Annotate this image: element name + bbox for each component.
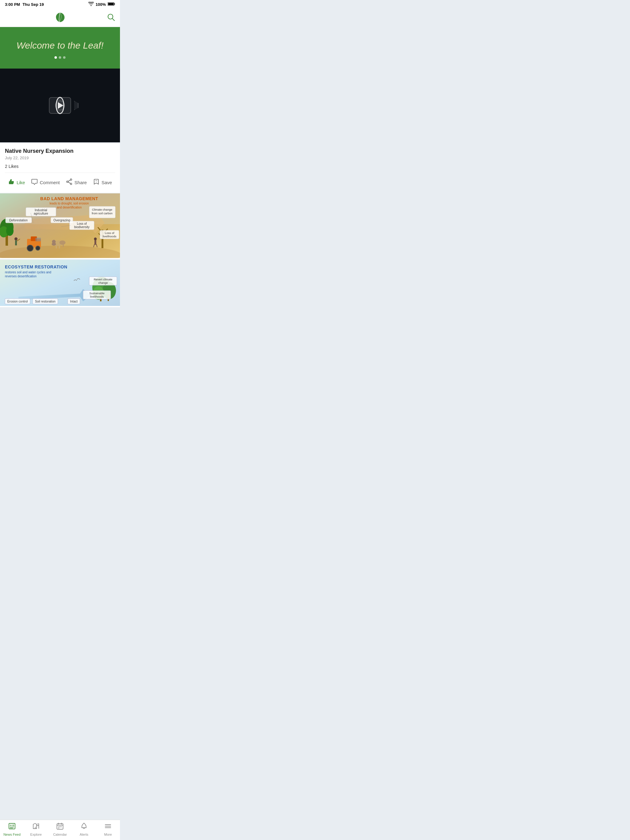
like-icon xyxy=(8,178,15,186)
nav-label-news-feed: News Feed xyxy=(3,833,21,836)
svg-rect-31 xyxy=(63,244,64,247)
svg-rect-42 xyxy=(95,240,96,245)
svg-rect-20 xyxy=(15,240,17,245)
svg-rect-28 xyxy=(56,245,57,248)
status-bar-left: 3:00 PM Thu Sep 19 xyxy=(5,2,44,7)
svg-text:Erosion control: Erosion control xyxy=(7,300,28,303)
ecosystem-svg: ECOSYSTEM RESTORATION restores soil and … xyxy=(0,260,120,306)
alerts-icon xyxy=(80,823,88,832)
search-button[interactable] xyxy=(107,13,115,22)
battery-icon xyxy=(108,2,115,7)
share-label: Share xyxy=(74,180,87,185)
svg-text:Loss of: Loss of xyxy=(77,222,87,225)
camera-body xyxy=(49,97,71,114)
top-navigation xyxy=(0,9,120,27)
svg-point-7 xyxy=(67,181,68,183)
dot-1 xyxy=(54,56,57,59)
svg-text:Sustainable: Sustainable xyxy=(89,292,104,295)
svg-text:from soil carbon: from soil carbon xyxy=(92,212,112,215)
svg-text:Climate change: Climate change xyxy=(92,208,112,211)
camera-wing xyxy=(72,101,78,110)
save-label: Save xyxy=(101,180,112,185)
svg-rect-94 xyxy=(35,827,36,829)
save-icon xyxy=(93,178,100,186)
bottom-navigation: News Feed Explore Calendar xyxy=(0,820,120,840)
nav-label-calendar: Calendar xyxy=(53,833,67,836)
play-triangle xyxy=(58,102,63,109)
post-actions: Like Comment xyxy=(5,177,115,188)
ecosystem-infographic: ECOSYSTEM RESTORATION restores soil and … xyxy=(0,260,120,307)
video-player[interactable] xyxy=(0,69,120,142)
svg-text:leads to drought, soil erosion: leads to drought, soil erosion xyxy=(49,202,89,205)
svg-point-5 xyxy=(70,179,72,180)
svg-text:Intact: Intact xyxy=(70,300,78,303)
svg-point-99 xyxy=(59,826,59,827)
comment-label: Comment xyxy=(40,180,60,185)
svg-text:change: change xyxy=(98,281,108,284)
news-feed-icon xyxy=(8,823,16,832)
comment-icon xyxy=(31,178,38,186)
svg-text:reverses desertification: reverses desertification xyxy=(5,275,36,278)
svg-text:Soil restoration: Soil restoration xyxy=(35,300,56,303)
nav-label-alerts: Alerts xyxy=(80,833,88,836)
svg-text:BAD LAND MANAGEMENT: BAD LAND MANAGEMENT xyxy=(40,196,98,201)
svg-point-19 xyxy=(14,237,17,240)
svg-text:ECOSYSTEM RESTORATION: ECOSYSTEM RESTORATION xyxy=(5,264,67,269)
nav-item-calendar[interactable]: Calendar xyxy=(51,823,69,836)
banner-dots xyxy=(7,56,112,59)
wifi-icon xyxy=(88,2,94,7)
svg-point-41 xyxy=(94,238,97,240)
svg-rect-2 xyxy=(108,3,114,5)
svg-line-9 xyxy=(68,182,70,183)
app-logo[interactable] xyxy=(54,11,66,24)
svg-point-102 xyxy=(59,828,59,829)
svg-text:agriculture: agriculture xyxy=(34,212,48,215)
svg-line-4 xyxy=(112,19,114,21)
battery-label: 100% xyxy=(96,2,106,7)
svg-point-23 xyxy=(27,245,33,251)
more-icon xyxy=(104,823,112,832)
nav-item-news-feed[interactable]: News Feed xyxy=(3,823,21,836)
share-icon xyxy=(66,178,73,186)
svg-text:Overgrazing: Overgrazing xyxy=(54,219,70,222)
main-scroll-area: Welcome to the Leaf! Native Nursery Expa… xyxy=(0,27,120,329)
status-bar-right: 100% xyxy=(88,2,115,7)
bad-land-svg: BAD LAND MANAGEMENT leads to drought, so… xyxy=(0,193,120,258)
svg-text:Revert climate: Revert climate xyxy=(94,278,112,281)
svg-text:livelihoods: livelihoods xyxy=(103,235,117,238)
nav-label-explore: Explore xyxy=(30,833,41,836)
like-label: Like xyxy=(17,180,25,185)
svg-text:Deforestation: Deforestation xyxy=(9,219,27,222)
svg-point-101 xyxy=(61,826,62,827)
nav-label-more: More xyxy=(104,833,112,836)
like-button[interactable]: Like xyxy=(6,177,28,188)
welcome-title: Welcome to the Leaf! xyxy=(7,39,112,51)
video-play-button[interactable] xyxy=(49,97,71,114)
comment-button[interactable]: Comment xyxy=(28,177,62,188)
svg-text:and desertification: and desertification xyxy=(57,206,82,209)
svg-text:restores soil and water cycles: restores soil and water cycles and xyxy=(5,271,51,274)
nav-item-more[interactable]: More xyxy=(99,823,117,836)
svg-point-100 xyxy=(60,826,60,827)
play-circle xyxy=(56,97,64,114)
welcome-banner: Welcome to the Leaf! xyxy=(0,27,120,69)
svg-line-8 xyxy=(68,180,70,182)
svg-point-33 xyxy=(52,243,56,246)
post-date: July 22, 2019 xyxy=(5,156,115,160)
svg-text:livelihoods: livelihoods xyxy=(90,295,104,298)
status-date: Thu Sep 19 xyxy=(22,2,44,7)
save-button[interactable]: Save xyxy=(90,177,114,188)
share-button[interactable]: Share xyxy=(63,177,89,188)
status-time: 3:00 PM xyxy=(5,2,20,7)
nav-item-alerts[interactable]: Alerts xyxy=(75,823,93,836)
nav-item-explore[interactable]: Explore xyxy=(27,823,45,836)
svg-text:biodiversity: biodiversity xyxy=(74,225,90,229)
dot-2 xyxy=(59,56,61,59)
svg-point-30 xyxy=(59,240,65,245)
camera-lens xyxy=(55,101,65,111)
bad-land-infographic: BAD LAND MANAGEMENT leads to drought, so… xyxy=(0,193,120,259)
svg-point-24 xyxy=(36,246,40,250)
svg-text:Industrial: Industrial xyxy=(35,208,47,212)
svg-point-18 xyxy=(6,226,14,236)
svg-point-6 xyxy=(70,183,72,185)
